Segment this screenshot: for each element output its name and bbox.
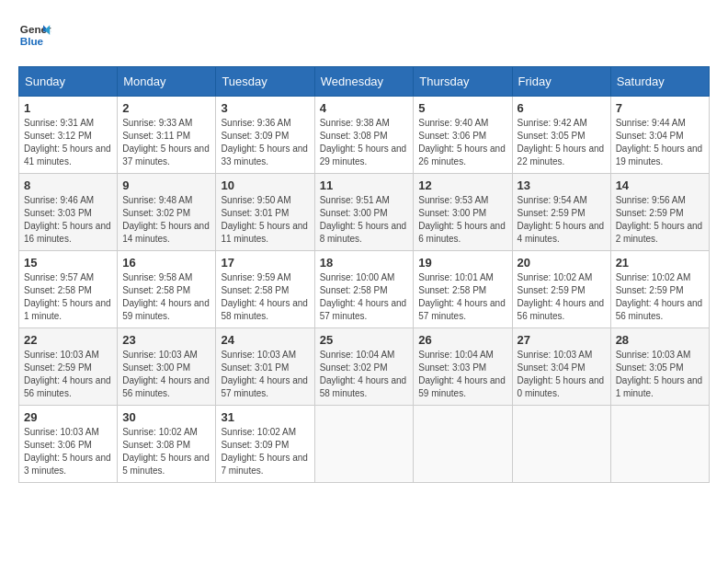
- weekday-header-friday: Friday: [512, 67, 610, 97]
- day-info: Sunrise: 9:33 AMSunset: 3:11 PMDaylight:…: [122, 118, 210, 167]
- calendar-cell: 5 Sunrise: 9:40 AMSunset: 3:06 PMDayligh…: [414, 97, 512, 174]
- day-number: 11: [320, 178, 409, 192]
- day-number: 4: [320, 101, 409, 115]
- day-number: 31: [221, 410, 309, 424]
- day-number: 18: [320, 256, 409, 270]
- calendar-cell: 17 Sunrise: 9:59 AMSunset: 2:58 PMDaylig…: [216, 251, 314, 328]
- calendar-cell: 18 Sunrise: 10:00 AMSunset: 2:58 PMDayli…: [314, 251, 414, 328]
- calendar-week-row: 1 Sunrise: 9:31 AMSunset: 3:12 PMDayligh…: [19, 97, 710, 174]
- calendar-cell: [610, 406, 709, 483]
- calendar-cell: [314, 406, 414, 483]
- calendar-cell: 6 Sunrise: 9:42 AMSunset: 3:05 PMDayligh…: [512, 97, 610, 174]
- day-info: Sunrise: 9:50 AMSunset: 3:01 PMDaylight:…: [221, 195, 308, 244]
- day-number: 1: [24, 101, 112, 115]
- day-info: Sunrise: 9:38 AMSunset: 3:08 PMDaylight:…: [320, 118, 407, 167]
- day-info: Sunrise: 10:03 AMSunset: 3:05 PMDaylight…: [616, 350, 703, 398]
- day-info: Sunrise: 10:03 AMSunset: 3:01 PMDaylight…: [221, 350, 308, 398]
- day-number: 13: [518, 178, 606, 192]
- day-number: 24: [221, 333, 309, 347]
- day-info: Sunrise: 9:59 AMSunset: 2:58 PMDaylight:…: [221, 272, 308, 321]
- day-number: 28: [616, 333, 704, 347]
- day-number: 5: [418, 101, 506, 115]
- calendar-cell: 19 Sunrise: 10:01 AMSunset: 2:58 PMDayli…: [414, 251, 512, 328]
- day-info: Sunrise: 9:46 AMSunset: 3:03 PMDaylight:…: [24, 195, 111, 244]
- calendar-cell: 24 Sunrise: 10:03 AMSunset: 3:01 PMDayli…: [216, 328, 314, 406]
- calendar-cell: 12 Sunrise: 9:53 AMSunset: 3:00 PMDaylig…: [414, 174, 512, 251]
- calendar-cell: 15 Sunrise: 9:57 AMSunset: 2:58 PMDaylig…: [19, 251, 118, 328]
- day-number: 19: [418, 256, 506, 270]
- day-info: Sunrise: 9:36 AMSunset: 3:09 PMDaylight:…: [221, 118, 308, 167]
- day-info: Sunrise: 9:53 AMSunset: 3:00 PMDaylight:…: [418, 195, 506, 244]
- calendar-cell: 2 Sunrise: 9:33 AMSunset: 3:11 PMDayligh…: [118, 97, 216, 174]
- day-info: Sunrise: 10:03 AMSunset: 3:00 PMDaylight…: [122, 350, 210, 398]
- weekday-header-monday: Monday: [118, 67, 216, 97]
- weekday-header-wednesday: Wednesday: [314, 67, 414, 97]
- calendar-cell: 20 Sunrise: 10:02 AMSunset: 2:59 PMDayli…: [512, 251, 610, 328]
- day-info: Sunrise: 10:04 AMSunset: 3:02 PMDaylight…: [320, 350, 407, 398]
- calendar-cell: 16 Sunrise: 9:58 AMSunset: 2:58 PMDaylig…: [118, 251, 216, 328]
- day-number: 20: [518, 256, 606, 270]
- day-number: 30: [122, 410, 210, 424]
- day-number: 21: [616, 256, 704, 270]
- day-number: 25: [320, 333, 409, 347]
- calendar-cell: 30 Sunrise: 10:02 AMSunset: 3:08 PMDayli…: [118, 406, 216, 483]
- day-number: 22: [24, 333, 112, 347]
- day-info: Sunrise: 10:02 AMSunset: 3:08 PMDaylight…: [122, 427, 210, 476]
- calendar-cell: 22 Sunrise: 10:03 AMSunset: 2:59 PMDayli…: [19, 328, 118, 406]
- day-number: 6: [518, 101, 606, 115]
- day-number: 16: [122, 256, 210, 270]
- calendar-cell: 11 Sunrise: 9:51 AMSunset: 3:00 PMDaylig…: [314, 174, 414, 251]
- calendar-cell: 21 Sunrise: 10:02 AMSunset: 2:59 PMDayli…: [610, 251, 709, 328]
- calendar-cell: 14 Sunrise: 9:56 AMSunset: 2:59 PMDaylig…: [610, 174, 709, 251]
- calendar-cell: [512, 406, 610, 483]
- calendar-cell: 9 Sunrise: 9:48 AMSunset: 3:02 PMDayligh…: [118, 174, 216, 251]
- day-info: Sunrise: 10:02 AMSunset: 3:09 PMDaylight…: [221, 427, 308, 476]
- calendar-cell: 26 Sunrise: 10:04 AMSunset: 3:03 PMDayli…: [414, 328, 512, 406]
- day-info: Sunrise: 9:54 AMSunset: 2:59 PMDaylight:…: [518, 195, 605, 244]
- calendar-cell: 25 Sunrise: 10:04 AMSunset: 3:02 PMDayli…: [314, 328, 414, 406]
- calendar-cell: 10 Sunrise: 9:50 AMSunset: 3:01 PMDaylig…: [216, 174, 314, 251]
- calendar-cell: 27 Sunrise: 10:03 AMSunset: 3:04 PMDayli…: [512, 328, 610, 406]
- calendar-cell: 1 Sunrise: 9:31 AMSunset: 3:12 PMDayligh…: [19, 97, 118, 174]
- day-number: 12: [418, 178, 506, 192]
- calendar-cell: 28 Sunrise: 10:03 AMSunset: 3:05 PMDayli…: [610, 328, 709, 406]
- calendar-table: SundayMondayTuesdayWednesdayThursdayFrid…: [18, 66, 710, 483]
- calendar-cell: 7 Sunrise: 9:44 AMSunset: 3:04 PMDayligh…: [610, 97, 709, 174]
- day-info: Sunrise: 10:02 AMSunset: 2:59 PMDaylight…: [616, 272, 703, 321]
- day-info: Sunrise: 9:40 AMSunset: 3:06 PMDaylight:…: [418, 118, 506, 167]
- calendar-week-row: 15 Sunrise: 9:57 AMSunset: 2:58 PMDaylig…: [19, 251, 710, 328]
- weekday-header-row: SundayMondayTuesdayWednesdayThursdayFrid…: [19, 67, 710, 97]
- day-info: Sunrise: 9:51 AMSunset: 3:00 PMDaylight:…: [320, 195, 407, 244]
- calendar-cell: 4 Sunrise: 9:38 AMSunset: 3:08 PMDayligh…: [314, 97, 414, 174]
- calendar-cell: 3 Sunrise: 9:36 AMSunset: 3:09 PMDayligh…: [216, 97, 314, 174]
- weekday-header-sunday: Sunday: [19, 67, 118, 97]
- calendar-week-row: 8 Sunrise: 9:46 AMSunset: 3:03 PMDayligh…: [19, 174, 710, 251]
- weekday-header-thursday: Thursday: [414, 67, 512, 97]
- day-number: 2: [122, 101, 210, 115]
- calendar-cell: [414, 406, 512, 483]
- logo-icon: General Blue: [18, 18, 51, 52]
- day-info: Sunrise: 9:56 AMSunset: 2:59 PMDaylight:…: [616, 195, 703, 244]
- day-info: Sunrise: 10:04 AMSunset: 3:03 PMDaylight…: [418, 350, 506, 398]
- day-number: 26: [418, 333, 506, 347]
- day-info: Sunrise: 10:01 AMSunset: 2:58 PMDaylight…: [418, 272, 506, 321]
- day-info: Sunrise: 9:58 AMSunset: 2:58 PMDaylight:…: [122, 272, 210, 321]
- day-info: Sunrise: 10:03 AMSunset: 3:04 PMDaylight…: [518, 350, 605, 398]
- day-info: Sunrise: 9:31 AMSunset: 3:12 PMDaylight:…: [24, 118, 111, 167]
- day-number: 7: [616, 101, 704, 115]
- calendar-cell: 23 Sunrise: 10:03 AMSunset: 3:00 PMDayli…: [118, 328, 216, 406]
- calendar-cell: 29 Sunrise: 10:03 AMSunset: 3:06 PMDayli…: [19, 406, 118, 483]
- day-number: 9: [122, 178, 210, 192]
- day-info: Sunrise: 9:57 AMSunset: 2:58 PMDaylight:…: [24, 272, 111, 321]
- calendar-cell: 31 Sunrise: 10:02 AMSunset: 3:09 PMDayli…: [216, 406, 314, 483]
- day-number: 8: [24, 178, 112, 192]
- day-number: 27: [518, 333, 606, 347]
- day-info: Sunrise: 10:03 AMSunset: 3:06 PMDaylight…: [24, 427, 111, 476]
- calendar-cell: 8 Sunrise: 9:46 AMSunset: 3:03 PMDayligh…: [19, 174, 118, 251]
- day-number: 15: [24, 256, 112, 270]
- day-info: Sunrise: 9:42 AMSunset: 3:05 PMDaylight:…: [518, 118, 605, 167]
- weekday-header-saturday: Saturday: [610, 67, 709, 97]
- day-info: Sunrise: 10:00 AMSunset: 2:58 PMDaylight…: [320, 272, 407, 321]
- page-header: General Blue: [18, 18, 710, 52]
- day-number: 3: [221, 101, 309, 115]
